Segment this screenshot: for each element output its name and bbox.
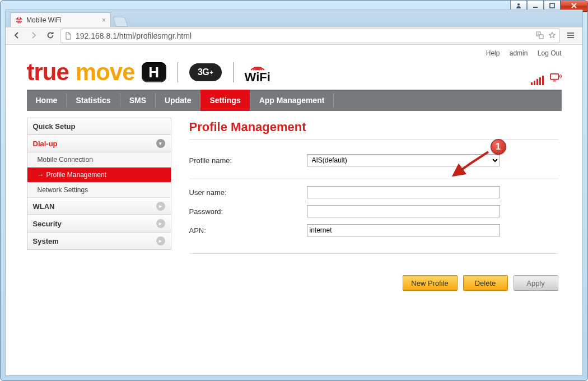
user-icon (516, 3, 521, 10)
row-apn: APN: (189, 224, 558, 236)
label-apn: APN: (189, 226, 307, 235)
account-link[interactable]: admin (510, 49, 528, 57)
settings-sidebar: Quick Setup Dial-up ▾ Mobile Connection … (27, 118, 171, 291)
nav-label: Update (165, 96, 191, 105)
reload-button[interactable] (44, 29, 57, 43)
arrow-right-icon (29, 31, 38, 41)
new-tab-button[interactable] (113, 17, 128, 27)
close-icon (571, 3, 577, 10)
nav-home[interactable]: Home (27, 90, 67, 111)
nav-label: SMS (129, 96, 146, 105)
browser-frame: Mobile WiFi × (5, 10, 583, 376)
input-apn[interactable] (307, 224, 500, 236)
new-profile-button[interactable]: New Profile (403, 275, 458, 291)
profile-management-panel: Profile Management Profile name: AIS(def… (186, 118, 562, 291)
svg-rect-7 (553, 81, 556, 82)
profile-form: Profile name: AIS(default) User name: (189, 154, 558, 236)
sidebar-label: WLAN (33, 202, 55, 211)
help-link[interactable]: Help (486, 49, 500, 57)
sidebar-dialup-sub: Mobile Connection Profile Management Net… (27, 152, 171, 198)
nav-label: Statistics (76, 96, 110, 105)
nav-statistics[interactable]: Statistics (67, 90, 119, 111)
chevron-right-icon: ▸ (156, 236, 165, 245)
tab-close-button[interactable]: × (102, 16, 106, 24)
brand-row: true move H 3G+ WiFi (27, 59, 562, 87)
sidebar-label: Dial-up (33, 140, 58, 148)
nav-app-management[interactable]: App Management (250, 90, 334, 111)
delete-button[interactable]: Delete (463, 275, 508, 291)
sidebar-mobile-connection[interactable]: Mobile Connection (27, 152, 171, 168)
svg-rect-4 (539, 35, 543, 39)
logo-move: move (76, 61, 135, 84)
page-icon (64, 32, 72, 40)
router-admin-page: Help admin Log Out true move H 3G+ (27, 45, 562, 291)
wifi-text: WiFi (245, 72, 270, 82)
logo-h-badge: H (142, 62, 166, 82)
translate-icon[interactable]: A (536, 31, 544, 41)
svg-point-0 (517, 3, 520, 6)
input-password[interactable] (307, 205, 500, 217)
address-bar[interactable]: A (60, 29, 560, 43)
nav-settings[interactable]: Settings (200, 90, 249, 111)
url-input[interactable] (76, 31, 533, 40)
logo-true: true (27, 61, 69, 84)
svg-rect-6 (550, 74, 558, 80)
browser-menu-button[interactable] (563, 29, 578, 43)
divider (178, 62, 178, 82)
button-row: New Profile Delete Apply (189, 267, 558, 291)
svg-rect-2 (550, 3, 554, 8)
row-profile-name: Profile name: AIS(default) (189, 154, 558, 166)
sidebar-security[interactable]: Security ▸ (27, 215, 171, 233)
label-password: Password: (189, 207, 307, 216)
browser-tabstrip: Mobile WiFi × (6, 10, 582, 27)
sidebar-sub-label: Profile Management (46, 171, 106, 179)
row-user-name: User name: (189, 186, 558, 198)
nav-sms[interactable]: SMS (120, 90, 155, 111)
logout-link[interactable]: Log Out (538, 49, 562, 57)
nav-label: App Management (259, 96, 325, 105)
main-nav: Home Statistics SMS Update Settings App … (27, 90, 562, 111)
browser-tab[interactable]: Mobile WiFi × (10, 12, 111, 27)
svg-rect-1 (533, 7, 538, 8)
sidebar-sub-label: Network Settings (38, 186, 88, 194)
bookmark-star-icon[interactable] (548, 31, 556, 41)
chevron-down-icon: ▾ (156, 139, 165, 148)
content-row: Quick Setup Dial-up ▾ Mobile Connection … (27, 118, 562, 291)
logo-3g-badge: 3G+ (189, 63, 222, 81)
sidebar-system[interactable]: System ▸ (27, 233, 171, 250)
nav-update[interactable]: Update (156, 90, 200, 111)
signal-strength-icon (531, 75, 544, 85)
forward-button[interactable] (27, 29, 40, 43)
divider (189, 139, 558, 140)
row-password: Password: (189, 205, 558, 217)
sidebar-wlan[interactable]: WLAN ▸ (27, 198, 171, 215)
sidebar-profile-management[interactable]: Profile Management (27, 168, 171, 183)
input-user-name[interactable] (307, 186, 500, 198)
apply-button[interactable]: Apply (514, 275, 558, 291)
divider (233, 62, 234, 82)
panel-title: Profile Management (189, 120, 558, 139)
chevron-right-icon: ▸ (156, 219, 165, 228)
maximize-icon (549, 3, 555, 10)
top-link-bar: Help admin Log Out (27, 45, 562, 59)
sidebar-label: Security (33, 220, 62, 228)
window-titlebar (1, 1, 587, 10)
hamburger-icon (566, 31, 575, 41)
divider (189, 253, 558, 254)
logo-wifi: WiFi (245, 62, 270, 82)
nav-label: Settings (209, 96, 240, 105)
sidebar-dialup[interactable]: Dial-up ▾ (27, 135, 171, 152)
status-icons (531, 73, 562, 85)
reload-icon (46, 31, 55, 41)
nav-label: Home (36, 96, 58, 105)
browser-toolbar: A (6, 27, 582, 45)
sidebar-label: System (33, 237, 59, 245)
sidebar-network-settings[interactable]: Network Settings (27, 183, 171, 198)
favicon-huawei-icon (15, 16, 23, 24)
sidebar-quick-setup[interactable]: Quick Setup (27, 118, 171, 135)
arrow-left-icon (12, 31, 21, 41)
back-button[interactable] (10, 29, 24, 43)
minimize-icon (533, 3, 538, 10)
select-profile-name[interactable]: AIS(default) (307, 154, 500, 166)
connected-device-icon (549, 73, 562, 85)
